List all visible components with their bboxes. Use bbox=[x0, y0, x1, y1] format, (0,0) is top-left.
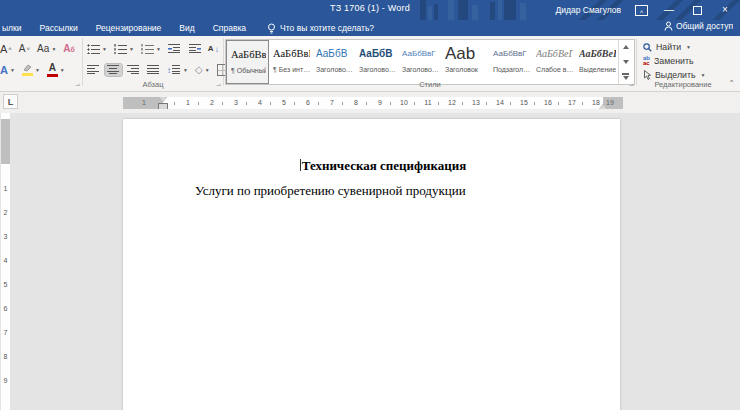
ruler-number: 15 bbox=[519, 98, 529, 108]
ruler-number: 13 bbox=[471, 98, 481, 108]
document-text[interactable]: Техническая спецификация Услуги по приоб… bbox=[163, 158, 603, 199]
grow-font-icon[interactable]: А˄ bbox=[0, 43, 14, 55]
ruler-number: 7 bbox=[1, 329, 10, 336]
style-item[interactable]: АаБбВЗаголово… bbox=[355, 40, 398, 84]
ruler-number: 14 bbox=[495, 98, 505, 108]
right-indent-marker[interactable] bbox=[599, 104, 607, 109]
ruler-number: 12 bbox=[447, 98, 457, 108]
styles-group: АаБбВвГ¶ Обычный АаБбВвГ¶ Без инт… АаБбВ… bbox=[224, 36, 636, 91]
maximize-icon bbox=[693, 6, 702, 15]
tab-mailings[interactable]: Рассылки bbox=[31, 23, 87, 33]
change-case-icon[interactable]: Аа▼ bbox=[35, 43, 58, 55]
gallery-scroll-down-icon[interactable] bbox=[619, 55, 632, 70]
paragraph-dialog-launcher[interactable]: ⌐ bbox=[216, 81, 221, 89]
clear-formatting-icon[interactable]: Аб bbox=[61, 43, 77, 56]
tab-review[interactable]: Рецензирование bbox=[87, 23, 171, 33]
gallery-scrollbar bbox=[618, 40, 632, 84]
paragraph-group-label: Абзац bbox=[83, 80, 223, 89]
sort-icon[interactable]: А↓ bbox=[206, 43, 221, 55]
ruler-number: 8 bbox=[1, 353, 10, 360]
style-item[interactable]: АаБбВвГЗаголово… bbox=[398, 40, 441, 84]
document-page[interactable]: Техническая спецификация Услуги по приоб… bbox=[123, 119, 620, 410]
line-spacing-icon[interactable]: ↕▼ bbox=[165, 64, 190, 76]
ruler-row: L 1 123456789101112131415161718 19 bbox=[0, 92, 740, 113]
text-effects-icon[interactable]: А▼ bbox=[0, 64, 17, 76]
ruler-number: 5 bbox=[281, 98, 287, 108]
document-area: 123456789 Техническая спецификация Услуг… bbox=[0, 113, 740, 410]
maximize-button[interactable] bbox=[690, 3, 704, 17]
ruler-margin-number: 1 bbox=[141, 98, 147, 108]
justify-icon[interactable] bbox=[145, 64, 162, 76]
lightbulb-icon bbox=[267, 23, 276, 34]
shading-icon[interactable]: ◇▼ bbox=[193, 64, 212, 76]
align-center-icon[interactable] bbox=[105, 64, 122, 76]
ruler-number: 5 bbox=[1, 281, 10, 288]
word-window: ТЗ 1706 (1) - Word Дидар Смагулов ˄ — × … bbox=[0, 0, 740, 410]
shrink-font-icon[interactable]: А˅ bbox=[17, 43, 32, 55]
align-right-icon[interactable] bbox=[125, 64, 142, 76]
numbering-icon[interactable]: ▼ bbox=[112, 43, 136, 55]
replace-button[interactable]: abac Заменить bbox=[643, 54, 729, 68]
outdent-icon[interactable] bbox=[166, 43, 183, 55]
style-item[interactable]: АаБбВеГСлабое в… bbox=[532, 40, 575, 84]
ruler-number: 2 bbox=[209, 98, 215, 108]
bullets-icon[interactable]: ▼ bbox=[85, 43, 109, 55]
select-label: Выделить bbox=[655, 70, 696, 80]
ruler-number: 1 bbox=[185, 98, 191, 108]
style-item[interactable]: АаБбВвГ¶ Без инт… bbox=[269, 40, 312, 84]
tab-selector[interactable]: L bbox=[3, 94, 18, 109]
find-button[interactable]: Найти▼ bbox=[643, 40, 729, 54]
first-line-indent-marker[interactable] bbox=[159, 97, 167, 102]
ruler-number: 4 bbox=[257, 98, 263, 108]
share-button[interactable]: Общий доступ bbox=[664, 21, 733, 31]
ribbon-tab-row: ылки Рассылки Рецензирование Вид Справка… bbox=[0, 20, 740, 36]
tell-me-search[interactable]: Что вы хотите сделать? bbox=[255, 23, 374, 34]
ruler-number: 9 bbox=[1, 377, 10, 384]
tab-help[interactable]: Справка bbox=[204, 23, 255, 33]
share-label: Общий доступ bbox=[676, 21, 733, 31]
replace-icon: abac bbox=[643, 56, 650, 66]
ruler-number: 4 bbox=[1, 257, 10, 264]
font-dialog-launcher[interactable]: ⌐ bbox=[75, 81, 80, 89]
close-button[interactable]: × bbox=[718, 3, 732, 17]
ribbon-display-options-icon[interactable]: ˄ bbox=[635, 5, 648, 16]
search-icon bbox=[643, 43, 652, 52]
paragraph-group: ▼ ▼ ▼ А↓ ¶ ↕▼ ◇▼ ▼ Абзац ⌐ bbox=[83, 36, 223, 91]
style-item[interactable]: АabЗаголовок bbox=[441, 40, 489, 84]
multilevel-list-icon[interactable]: ▼ bbox=[139, 43, 163, 55]
ruler-number: 8 bbox=[353, 98, 359, 108]
minimize-button[interactable]: — bbox=[662, 3, 676, 17]
style-item[interactable]: АаБбВвГ¶ Обычный bbox=[226, 40, 269, 84]
style-item[interactable]: АаБбВеГВыделение bbox=[575, 40, 618, 84]
styles-group-label: Стили bbox=[224, 80, 636, 89]
horizontal-ruler[interactable]: 1 123456789101112131415161718 19 bbox=[123, 97, 623, 109]
font-color-icon[interactable]: А▼ bbox=[45, 62, 67, 78]
ruler-number: 1 bbox=[1, 185, 10, 192]
highlight-icon[interactable]: ▼ bbox=[20, 63, 42, 77]
replace-label: Заменить bbox=[654, 56, 694, 66]
style-item[interactable]: АаБбВвГПодзагол… bbox=[489, 40, 532, 84]
ruler-number: 10 bbox=[399, 98, 409, 108]
tab-references[interactable]: ылки bbox=[2, 23, 31, 33]
ruler-number: 9 bbox=[377, 98, 383, 108]
tab-view[interactable]: Вид bbox=[170, 23, 203, 33]
font-group: А˄ А˅ Аа▼ Аб А▼ ▼ А▼ ⌐ bbox=[0, 36, 82, 91]
align-left-icon[interactable] bbox=[85, 64, 102, 76]
user-name[interactable]: Дидар Смагулов bbox=[556, 5, 621, 15]
gallery-scroll-up-icon[interactable] bbox=[619, 40, 632, 55]
indent-icon[interactable] bbox=[186, 43, 203, 55]
vertical-ruler-margin bbox=[1, 119, 10, 164]
collapse-ribbon-icon[interactable]: ⌃ bbox=[728, 79, 735, 88]
document-title-line[interactable]: Техническая спецификация bbox=[163, 158, 603, 174]
vertical-ruler[interactable]: 123456789 bbox=[1, 113, 10, 410]
editing-group-label: Редактирование bbox=[637, 80, 729, 89]
ruler-number: 11 bbox=[423, 98, 432, 108]
ruler-number: 7 bbox=[329, 98, 335, 108]
hanging-indent-marker[interactable] bbox=[159, 104, 167, 109]
ruler-number: 17 bbox=[567, 98, 577, 108]
document-body-line[interactable]: Услуги по приобретению сувенирной продук… bbox=[163, 183, 603, 199]
ruler-number: 3 bbox=[233, 98, 239, 108]
style-item[interactable]: АаБбВЗаголово… bbox=[312, 40, 355, 84]
styles-dialog-launcher[interactable]: ⌐ bbox=[629, 81, 634, 89]
select-icon bbox=[643, 70, 651, 80]
